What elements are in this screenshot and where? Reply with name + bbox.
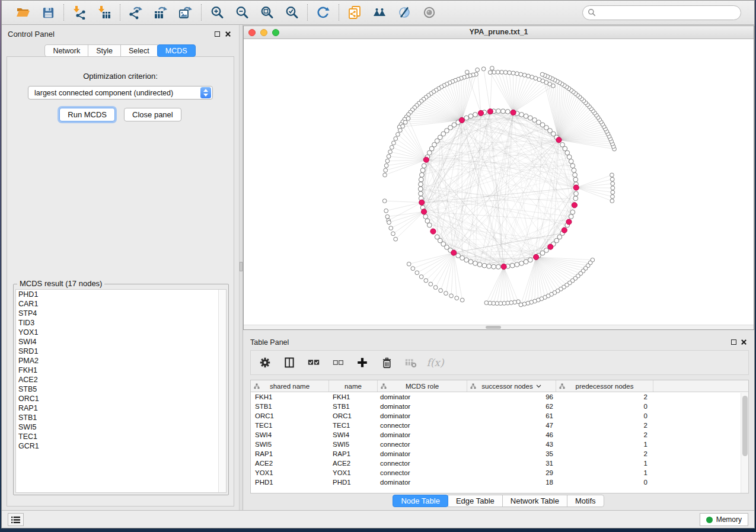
table-row[interactable]: YOX1YOX1connector291 [251,468,748,477]
mcds-node[interactable] [478,110,483,116]
column-header-mcds-role[interactable]: MCDS role [378,380,467,392]
mcds-result-item[interactable]: PHD1 [16,290,226,299]
gear-icon[interactable] [258,355,272,370]
function-builder-icon[interactable]: f(x) [428,355,442,370]
mcds-node[interactable] [459,117,464,123]
export-table-icon[interactable] [152,4,169,21]
zoom-fit-icon[interactable] [259,4,275,21]
mcds-result-item[interactable]: STB1 [16,413,226,422]
mcds-node[interactable] [419,200,425,205]
mcds-result-item[interactable]: STB5 [16,384,226,394]
mcds-result-item[interactable]: RAP1 [16,403,226,413]
mcds-node[interactable] [556,137,562,143]
delete-table-icon[interactable] [404,355,418,370]
mcds-result-list[interactable]: PHD1CAR1STP4TID3YOX1SWI4SRD1PMA2FKH1ACE2… [15,289,227,493]
network-horizontal-scrollbar[interactable] [244,325,754,329]
zoom-out-icon[interactable] [234,4,250,21]
import-table-icon[interactable] [96,4,113,21]
table-row[interactable]: RAP1RAP1dominator352 [251,449,748,459]
tab-select[interactable]: Select [120,44,158,57]
table-vertical-scrollbar[interactable] [741,393,748,493]
run-mcds-button[interactable]: Run MCDS [59,108,115,121]
tab-mcds[interactable]: MCDS [157,44,196,57]
list-scrollbar[interactable] [218,290,226,492]
mcds-node[interactable] [501,264,506,270]
export-network-icon[interactable] [127,4,144,21]
mcds-node[interactable] [534,254,539,259]
table-row[interactable]: ORC1ORC1dominator610 [251,411,748,421]
mcds-result-item[interactable]: ACE2 [16,375,226,384]
network-graph[interactable] [244,39,754,325]
mcds-result-item[interactable]: GCR1 [16,441,226,451]
table-row[interactable]: SWI4SWI4dominator462 [251,430,748,440]
column-header-predecessor-nodes[interactable]: predecessor nodes [556,380,653,392]
mcds-result-item[interactable]: SRD1 [16,347,226,356]
table-row[interactable]: ACE2ACE2connector311 [251,459,748,468]
column-header-successor-nodes[interactable]: successor nodes [467,380,556,392]
search-box[interactable] [582,5,741,20]
mcds-node[interactable] [572,203,577,208]
select-all-rows-icon[interactable] [307,355,321,370]
export-image-icon[interactable] [177,4,194,21]
network-vertical-scrollbar[interactable] [239,25,243,510]
close-panel-icon[interactable] [225,31,231,37]
tab-node-table[interactable]: Node Table [393,495,448,507]
float-panel-icon[interactable] [215,31,220,37]
zoom-selected-icon[interactable] [283,4,300,21]
table-row[interactable]: SWI5SWI5connector431 [251,440,748,449]
table-row[interactable]: TEC1TEC1connector472 [251,421,748,430]
toggle-graphics-details-icon[interactable] [396,4,413,21]
open-file-icon[interactable] [15,4,31,21]
column-header-shared-name[interactable]: shared name [251,380,329,392]
network-canvas[interactable] [244,39,754,325]
mcds-node[interactable] [562,227,567,233]
mcds-result-item[interactable]: PMA2 [16,356,226,366]
table-row[interactable]: STB1STB1dominator620 [251,402,748,411]
column-header-name[interactable]: name [329,380,378,392]
mcds-node[interactable] [487,109,493,114]
mcds-result-item[interactable]: CAR1 [16,299,226,309]
zoom-in-icon[interactable] [209,4,225,21]
horizontal-scroll-thumb[interactable] [486,326,501,329]
float-table-panel-icon[interactable] [731,339,736,345]
show-panels-button[interactable] [8,513,24,526]
delete-column-icon[interactable] [379,355,394,370]
tab-network-table[interactable]: Network Table [502,495,567,507]
add-column-icon[interactable] [355,355,369,370]
mcds-result-item[interactable]: FKH1 [16,366,226,375]
optimization-criterion-select[interactable]: largest connected component (undirected) [28,86,213,100]
tab-motifs[interactable]: Motifs [567,495,604,507]
mcds-result-item[interactable]: TID3 [16,318,226,328]
mcds-result-item[interactable]: STP4 [16,309,226,318]
vertical-scroll-thumb[interactable] [240,262,243,271]
tab-style[interactable]: Style [88,44,121,57]
mcds-node[interactable] [451,250,457,255]
share-document-icon[interactable] [346,4,363,21]
table-row[interactable]: PHD1PHD1dominator180 [251,477,748,487]
mcds-node[interactable] [423,157,429,162]
columns-icon[interactable] [282,355,296,370]
mcds-node[interactable] [548,244,553,249]
mcds-result-item[interactable]: TEC1 [16,432,226,441]
memory-button[interactable]: Memory [700,513,748,526]
mcds-node[interactable] [421,209,426,214]
mcds-result-item[interactable]: SWI5 [16,422,226,432]
table-scroll-thumb[interactable] [742,396,748,456]
refresh-layout-icon[interactable] [315,4,331,21]
save-session-icon[interactable] [40,4,56,21]
table-row[interactable]: FKH1FKH1dominator962 [251,392,748,402]
mcds-result-item[interactable]: ORC1 [16,394,226,403]
mcds-node[interactable] [511,110,516,115]
deselect-all-rows-icon[interactable] [331,355,345,370]
show-graphics-details-icon[interactable] [421,4,438,21]
mcds-node[interactable] [573,185,579,190]
tab-network[interactable]: Network [44,44,88,57]
mcds-node[interactable] [566,219,572,225]
search-input[interactable] [599,8,736,17]
mcds-result-item[interactable]: YOX1 [16,328,226,337]
search-network-icon[interactable] [371,4,388,21]
close-panel-button[interactable]: Close panel [124,108,181,121]
close-table-panel-icon[interactable] [741,339,747,345]
mcds-node[interactable] [430,229,436,234]
mcds-result-item[interactable]: SWI4 [16,337,226,347]
